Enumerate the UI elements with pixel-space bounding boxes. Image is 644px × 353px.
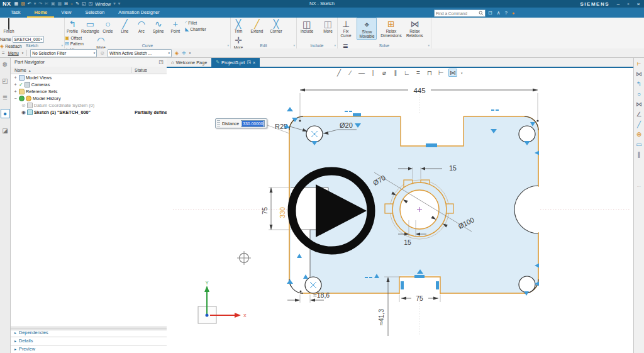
menu-dropdown-icon[interactable]: ▾ bbox=[22, 51, 24, 55]
section-dependencies[interactable]: ▸Dependencies bbox=[11, 328, 167, 337]
menu-burger-icon[interactable]: ≡ bbox=[2, 50, 5, 56]
rectangle-dock-icon[interactable]: ▭ bbox=[635, 140, 643, 148]
minimize-button[interactable]: – bbox=[615, 1, 621, 7]
tree-row-model-history[interactable]: −Model History bbox=[11, 95, 167, 102]
show-constraints-dock-icon[interactable]: ⋈ bbox=[635, 100, 643, 108]
corner-button[interactable]: ╳Corner bbox=[268, 18, 284, 34]
dim-330-edited[interactable]: 330 bbox=[279, 207, 286, 218]
snap-point-icon[interactable]: ◈ bbox=[175, 50, 179, 56]
fillet-button[interactable]: ◜Fillet bbox=[185, 20, 213, 26]
tab-close-icon[interactable]: × bbox=[253, 60, 255, 65]
group-label-curve[interactable]: Curve▾ bbox=[65, 43, 230, 48]
dim-slot-15[interactable]: 15 bbox=[449, 164, 457, 172]
circle-button[interactable]: ○Circle bbox=[101, 18, 115, 34]
tree-row-cameras[interactable]: +✓Cameras bbox=[11, 81, 167, 88]
relax-dimensions-dock-icon[interactable]: ⊢ bbox=[635, 60, 643, 68]
column-status[interactable]: Status bbox=[135, 67, 147, 74]
point-button[interactable]: +Point bbox=[169, 18, 182, 34]
chamfer-button[interactable]: ◣Chamfer bbox=[185, 26, 213, 32]
midpoint-constraint-icon[interactable]: ⊢ bbox=[437, 69, 445, 76]
dim-445[interactable]: 445 bbox=[413, 87, 425, 94]
fix-curve-button[interactable]: ⊥Fix Curve bbox=[338, 18, 354, 38]
panel-pin-icon[interactable]: ◳ bbox=[158, 58, 164, 67]
group-label-include[interactable]: Include▾ bbox=[297, 43, 337, 48]
dock-handle-icon[interactable]: ⋯ bbox=[637, 184, 641, 188]
selection-scope-combo[interactable]: Within Active Sketch ... ▾ bbox=[108, 49, 172, 57]
parallel-dock-icon[interactable]: ∥ bbox=[635, 150, 643, 159]
find-command-box[interactable] bbox=[434, 9, 486, 17]
offset-button[interactable]: ▣Offset bbox=[65, 35, 91, 41]
dim-75-left[interactable]: 75 bbox=[261, 207, 269, 215]
selection-filter-combo[interactable]: No Selection Filter ▾ bbox=[30, 49, 97, 57]
sketch-viewport[interactable]: 445 R25 Ø20 bbox=[167, 67, 634, 353]
sketch-drawing[interactable]: 445 R25 Ø20 bbox=[167, 67, 634, 353]
pattern-dock-icon[interactable]: ⊕ bbox=[635, 130, 643, 138]
dim-key-15[interactable]: 15 bbox=[404, 238, 411, 246]
show-movable-button[interactable]: ⌖Show Movable bbox=[357, 18, 377, 40]
include-button[interactable]: ◫Include bbox=[297, 18, 317, 34]
inferred-line-icon[interactable]: ∕ bbox=[347, 69, 354, 76]
tab-welcome-page[interactable]: ⌂ Welcome Page bbox=[167, 58, 211, 67]
assembly-navigator-icon[interactable]: ◰ bbox=[1, 77, 9, 85]
include-more-button[interactable]: ◫More bbox=[319, 18, 336, 34]
roles-gear-icon[interactable]: ⚙ bbox=[1, 60, 9, 69]
finish-sketch-button[interactable]: Finish bbox=[0, 18, 18, 34]
dim-d20[interactable]: Ø20 bbox=[340, 121, 353, 129]
extend-button[interactable]: ╱Extend bbox=[248, 18, 265, 34]
expander-icon[interactable]: + bbox=[13, 74, 18, 81]
constraint-navigator-icon[interactable]: ≣ bbox=[1, 93, 9, 101]
expander-icon[interactable]: + bbox=[13, 88, 18, 95]
line-button[interactable]: ╱Line bbox=[118, 18, 131, 34]
snap-point-2-icon[interactable]: ✛ bbox=[182, 50, 186, 56]
graphics-window[interactable]: ⌂ Welcome Page ✎ Project5.prt ◳ × bbox=[167, 58, 634, 353]
relax-dimensions-button[interactable]: ⊞Relax Dimensions bbox=[380, 18, 402, 38]
tree-row-reference-sets[interactable]: +Reference Sets bbox=[11, 88, 167, 95]
tab-pin-icon[interactable]: ◳ bbox=[247, 60, 251, 65]
tab-animation-designer[interactable]: Animation Designer bbox=[111, 8, 166, 18]
fixed-constraint-icon[interactable]: ⊓ bbox=[426, 69, 433, 76]
tab-selection[interactable]: Selection bbox=[78, 8, 111, 18]
tab-task[interactable]: Task bbox=[4, 8, 27, 18]
tangent-constraint-icon[interactable]: ⌀ bbox=[380, 69, 388, 76]
trim-button[interactable]: ╳Trim bbox=[231, 18, 246, 34]
spline-button[interactable]: ∿Spline bbox=[151, 18, 165, 34]
group-label-edit[interactable]: Edit▾ bbox=[231, 43, 296, 48]
close-button[interactable]: × bbox=[635, 1, 641, 7]
parallel-constraint-icon[interactable]: ∥ bbox=[392, 69, 399, 76]
help-icon[interactable]: ? bbox=[505, 10, 508, 16]
circle-dock-icon[interactable]: ○ bbox=[635, 90, 643, 98]
menu-button[interactable]: Menu bbox=[8, 51, 19, 55]
find-command-input[interactable] bbox=[435, 11, 479, 16]
dim-75-bottom[interactable]: 75 bbox=[416, 294, 423, 302]
section-details[interactable]: ▸Details bbox=[11, 337, 167, 345]
show-constraints-icon[interactable]: ⋈ bbox=[448, 69, 457, 77]
fullscreen-icon[interactable]: ⊡ bbox=[488, 10, 492, 16]
column-name[interactable]: Name▲ bbox=[14, 67, 31, 74]
collapser-icon[interactable]: − bbox=[13, 95, 18, 102]
minimize-ribbon-icon[interactable]: ∧ bbox=[497, 10, 501, 16]
equal-constraint-icon[interactable]: = bbox=[414, 69, 422, 76]
vertical-constraint-icon[interactable]: | bbox=[369, 69, 377, 76]
perpendicular-dock-icon[interactable]: ∠ bbox=[635, 110, 643, 118]
tree-row-model-views[interactable]: +Model Views bbox=[11, 74, 167, 81]
line-dock-icon[interactable]: ╱ bbox=[635, 120, 643, 128]
section-preview[interactable]: ▸Preview bbox=[11, 345, 167, 353]
tab-home[interactable]: Home bbox=[27, 8, 54, 18]
group-label-sketch[interactable]: Sketch▾ bbox=[0, 43, 64, 48]
distance-input-box[interactable]: Distance 330.00000 bbox=[215, 118, 267, 128]
dim-approx-41-3[interactable]: ≈41,3 bbox=[377, 309, 385, 325]
relax-relations-dock-icon[interactable]: ⋈ bbox=[635, 70, 643, 78]
snap-dropdown-icon[interactable]: ▾ bbox=[189, 51, 191, 55]
drag-grip-icon[interactable] bbox=[217, 120, 220, 126]
profile-dock-icon[interactable]: ↰ bbox=[635, 80, 643, 88]
corner-hole[interactable] bbox=[519, 126, 535, 142]
toolbar-more-icon[interactable]: ▾ bbox=[461, 71, 463, 75]
horizontal-constraint-icon[interactable]: — bbox=[358, 69, 365, 76]
tab-view[interactable]: View bbox=[54, 8, 78, 18]
rectangle-button[interactable]: ▭Rectangle bbox=[82, 18, 97, 34]
eye-on-icon[interactable]: ◉ bbox=[21, 109, 26, 116]
tree-row-datum-cs[interactable]: ⊘Datum Coordinate System (0) bbox=[11, 102, 167, 109]
dim-approx-18-6[interactable]: ≈18,6 bbox=[313, 291, 330, 299]
tree-row-sketch[interactable]: ◉Sketch (1) "SKETCH_000" Partially defin… bbox=[11, 109, 167, 116]
profile-button[interactable]: ↰Profile bbox=[65, 18, 80, 34]
